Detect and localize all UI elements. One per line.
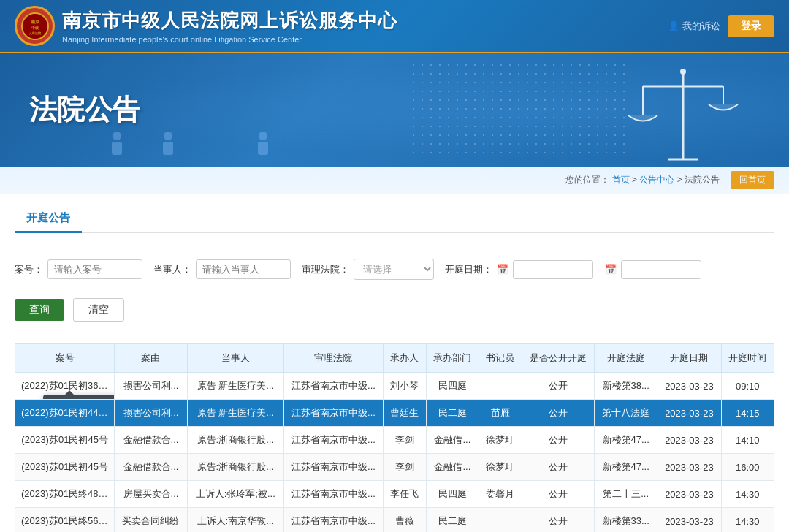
table-cell-4: 曹廷生 bbox=[384, 400, 427, 427]
table-cell-5: 民二庭 bbox=[426, 400, 479, 427]
column-header: 书记员 bbox=[479, 344, 522, 373]
column-header: 案号 bbox=[15, 344, 115, 373]
table-cell-9: 2023-03-23 bbox=[658, 481, 721, 508]
table-cell-7: 公开 bbox=[522, 454, 595, 481]
action-buttons: 查询 清空 bbox=[15, 298, 774, 322]
svg-point-8 bbox=[259, 132, 267, 140]
table-cell-2: 上诉人:张玲军;被... bbox=[187, 481, 283, 508]
table-cell-3: 江苏省南京市中级... bbox=[283, 400, 383, 427]
table-cell-0: (2023)苏01民初45号 bbox=[15, 454, 115, 481]
svg-rect-5 bbox=[112, 142, 122, 155]
court-select[interactable]: 请选择 bbox=[354, 259, 434, 280]
table-cell-8: 第十八法庭 bbox=[595, 400, 658, 427]
table-body: (2022)苏01民初3664号原告:新生医疗美容集团有限公司;被告:林凤飞,张… bbox=[15, 373, 774, 533]
party-input[interactable] bbox=[196, 259, 291, 279]
banner-dot-grid bbox=[409, 61, 628, 156]
table-cell-10: 09:10 bbox=[721, 373, 774, 400]
table-row[interactable]: (2023)苏01民初45号金融借款合...原告:浙商银行股...江苏省南京市中… bbox=[15, 454, 774, 481]
table-cell-1: 损害公司利... bbox=[115, 400, 188, 427]
table-cell-10: 14:30 bbox=[721, 481, 774, 508]
search-form: 案号： 当事人： 审理法院： 请选择 开庭日期： 📅 2023-02-02 - … bbox=[15, 248, 774, 287]
table-cell-7: 公开 bbox=[522, 373, 595, 400]
table-cell-2: 原告 新生医疗美... bbox=[187, 400, 283, 427]
table-cell-8: 新楼第33... bbox=[595, 508, 658, 533]
user-icon: 👤 bbox=[668, 20, 679, 31]
case-no-group: 案号： bbox=[15, 259, 142, 279]
table-cell-7: 公开 bbox=[522, 427, 595, 454]
court-logo: 南京 中级 人民法院 bbox=[15, 6, 55, 46]
header-right: 👤 我的诉讼 登录 bbox=[668, 15, 774, 37]
table-cell-10: 14:10 bbox=[721, 427, 774, 454]
query-button[interactable]: 查询 bbox=[15, 299, 64, 321]
table-cell-8: 新楼第47... bbox=[595, 427, 658, 454]
table-cell-2: 原告:浙商银行股... bbox=[187, 454, 283, 481]
table-cell-3: 江苏省南京市中级... bbox=[283, 454, 383, 481]
court-label: 审理法院： bbox=[302, 263, 349, 276]
table-cell-10: 14:15 bbox=[721, 400, 774, 427]
table-cell-5: 金融借... bbox=[426, 454, 479, 481]
case-no-cell: (2022)苏01民初3664号原告:新生医疗美容集团有限公司;被告:林凤飞,张… bbox=[15, 373, 115, 400]
table-cell-9: 2023-03-23 bbox=[658, 373, 721, 400]
date-to-input[interactable]: 2023-03-25 bbox=[621, 260, 701, 279]
my-litigation-link[interactable]: 👤 我的诉讼 bbox=[668, 20, 720, 33]
table-cell-6: 徐梦玎 bbox=[479, 454, 522, 481]
table-cell-4: 曹薇 bbox=[384, 508, 427, 533]
svg-point-15 bbox=[680, 69, 686, 75]
table-cell-4: 李剑 bbox=[384, 454, 427, 481]
calendar-icon-2: 📅 bbox=[605, 264, 617, 275]
calendar-icon: 📅 bbox=[497, 264, 508, 275]
banner-people-center bbox=[256, 130, 270, 156]
table-row[interactable]: (2022)苏01民初4419号损害公司利...原告 新生医疗美...江苏省南京… bbox=[15, 400, 774, 427]
case-party-tooltip: 原告:新生医疗美容集团有限公司;被告:林凤飞,张通,许慕华,郑俊河,唐金炉,苏州… bbox=[43, 395, 115, 400]
table-cell-2: 原告 新生医疗美... bbox=[187, 373, 283, 400]
svg-rect-9 bbox=[258, 142, 268, 155]
table-cell-0: (2023)苏01民终563号 bbox=[15, 508, 115, 533]
login-button[interactable]: 登录 bbox=[728, 15, 774, 37]
table-cell-5: 民二庭 bbox=[426, 508, 479, 533]
breadcrumb-notice-center[interactable]: 公告中心 bbox=[639, 175, 674, 185]
table-cell-6: 娄馨月 bbox=[479, 481, 522, 508]
column-header: 开庭时间 bbox=[721, 344, 774, 373]
breadcrumb-home[interactable]: 首页 bbox=[612, 175, 630, 185]
party-label: 当事人： bbox=[153, 263, 191, 276]
table-cell-3: 江苏省南京市中级... bbox=[283, 481, 383, 508]
site-header: 南京 中级 人民法院 南京市中级人民法院网上诉讼服务中心 Nanjing Int… bbox=[0, 0, 789, 53]
table-header: 案号案由当事人审理法院承办人承办部门书记员是否公开开庭开庭法庭开庭日期开庭时间 bbox=[15, 344, 774, 373]
svg-point-6 bbox=[164, 132, 172, 140]
case-table: 案号案由当事人审理法院承办人承办部门书记员是否公开开庭开庭法庭开庭日期开庭时间 … bbox=[15, 343, 774, 532]
breadcrumb-current: 法院公告 bbox=[685, 175, 720, 185]
table-cell-9: 2023-03-23 bbox=[658, 400, 721, 427]
case-no-input[interactable] bbox=[47, 259, 142, 279]
column-header: 开庭法庭 bbox=[595, 344, 658, 373]
svg-rect-7 bbox=[163, 142, 173, 155]
column-header: 是否公开开庭 bbox=[522, 344, 595, 373]
table-cell-6 bbox=[479, 508, 522, 533]
clear-button[interactable]: 清空 bbox=[73, 298, 124, 322]
party-group: 当事人： bbox=[153, 259, 291, 279]
table-row[interactable]: (2023)苏01民终486号房屋买卖合...上诉人:张玲军;被...江苏省南京… bbox=[15, 481, 774, 508]
breadcrumb-bar: 您的位置： 首页 > 公告中心 > 法院公告 回首页 bbox=[0, 167, 789, 194]
table-cell-9: 2023-03-23 bbox=[658, 454, 721, 481]
table-cell-7: 公开 bbox=[522, 481, 595, 508]
column-header: 开庭日期 bbox=[658, 344, 721, 373]
table-cell-1: 金融借款合... bbox=[115, 454, 188, 481]
header-left: 南京 中级 人民法院 南京市中级人民法院网上诉讼服务中心 Nanjing Int… bbox=[15, 6, 397, 46]
svg-text:中级: 中级 bbox=[31, 26, 39, 30]
table-cell-1: 金融借款合... bbox=[115, 427, 188, 454]
table-cell-5: 金融借... bbox=[426, 427, 479, 454]
title-cn: 南京市中级人民法院网上诉讼服务中心 bbox=[62, 8, 397, 34]
table-cell-5: 民四庭 bbox=[426, 373, 479, 400]
date-from-input[interactable]: 2023-02-02 bbox=[513, 260, 593, 279]
table-row[interactable]: (2023)苏01民终563号买卖合同纠纷上诉人:南京华敦...江苏省南京市中级… bbox=[15, 508, 774, 533]
tab-bar: 开庭公告 bbox=[15, 194, 774, 233]
column-header: 审理法院 bbox=[283, 344, 383, 373]
page-banner: 法院公告 bbox=[0, 53, 789, 167]
table-row[interactable]: (2022)苏01民初3664号原告:新生医疗美容集团有限公司;被告:林凤飞,张… bbox=[15, 373, 774, 400]
table-cell-0: (2023)苏01民初45号 bbox=[15, 427, 115, 454]
tab-kaiting[interactable]: 开庭公告 bbox=[15, 205, 82, 233]
back-home-button[interactable]: 回首页 bbox=[731, 171, 774, 189]
svg-text:人民法院: 人民法院 bbox=[28, 31, 42, 35]
table-row[interactable]: (2023)苏01民初45号金融借款合...原告:浙商银行股...江苏省南京市中… bbox=[15, 427, 774, 454]
date-separator: - bbox=[598, 264, 601, 275]
table-cell-9: 2023-03-23 bbox=[658, 427, 721, 454]
